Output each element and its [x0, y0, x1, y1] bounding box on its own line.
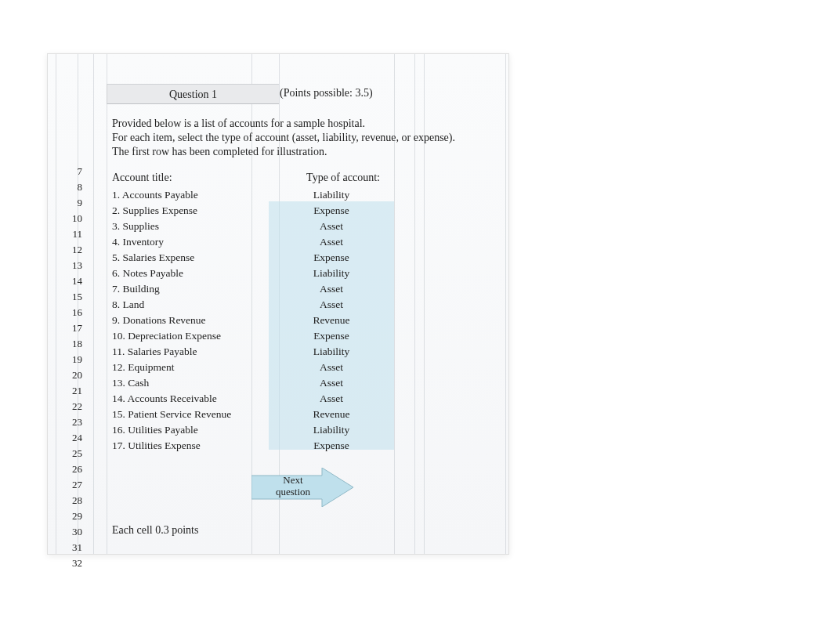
instruction-line: The first row has been completed for ill…: [112, 145, 455, 159]
row-number: 27: [59, 477, 82, 493]
row-number: 17: [59, 320, 82, 336]
account-type-cell[interactable]: Expense: [269, 250, 394, 266]
account-title-cell: 3. Supplies: [112, 219, 269, 234]
account-title-cell: 2. Supplies Expense: [112, 203, 269, 219]
row-number: 8: [59, 179, 82, 195]
account-type-cell[interactable]: Asset: [269, 297, 394, 313]
row-number: 23: [59, 414, 82, 430]
row-number: 18: [59, 336, 82, 352]
table-row: 17. Utilities ExpenseExpense: [112, 438, 410, 454]
next-button-label: Next question: [266, 474, 320, 497]
next-button-line2: question: [266, 486, 320, 497]
account-title-cell: 15. Patient Service Revenue: [112, 407, 269, 422]
table-row: 2. Supplies ExpenseExpense: [112, 203, 410, 219]
account-type-cell[interactable]: Asset: [269, 219, 394, 234]
instruction-line: For each item, select the type of accoun…: [112, 131, 455, 145]
row-number: 24: [59, 430, 82, 446]
points-possible-text: (Points possible: 3.5): [280, 87, 373, 99]
account-title-cell: 5. Salaries Expense: [112, 250, 269, 266]
row-number-gutter: 7891011121314151617181920212223242526272…: [59, 164, 82, 571]
table-row: 4. InventoryAsset: [112, 234, 410, 250]
table-row: 3. SuppliesAsset: [112, 219, 410, 234]
row-number: 30: [59, 524, 82, 540]
row-number: 13: [59, 258, 82, 273]
row-number: 7: [59, 164, 82, 179]
account-type-cell[interactable]: Expense: [269, 203, 394, 219]
table-row: 5. Salaries ExpenseExpense: [112, 250, 410, 266]
instruction-block: Provided below is a list of accounts for…: [112, 117, 455, 159]
account-title-cell: 4. Inventory: [112, 234, 269, 250]
account-type-cell[interactable]: Liability: [269, 266, 394, 281]
account-type-cell[interactable]: Asset: [269, 375, 394, 391]
account-title-cell: 1. Accounts Payable: [112, 187, 269, 203]
footer-note: Each cell 0.3 points: [112, 524, 198, 537]
row-number: 19: [59, 352, 82, 367]
question-label: Question 1: [107, 84, 279, 104]
row-number: 14: [59, 273, 82, 289]
row-number: 32: [59, 555, 82, 571]
account-type-cell[interactable]: Revenue: [269, 407, 394, 422]
instruction-line: Provided below is a list of accounts for…: [112, 117, 455, 131]
account-title-cell: 10. Depreciation Expense: [112, 328, 269, 344]
account-title-cell: 16. Utilities Payable: [112, 422, 269, 438]
account-title-cell: 11. Salaries Payable: [112, 344, 269, 360]
table-row: 16. Utilities PayableLiability: [112, 422, 410, 438]
account-title-cell: 7. Building: [112, 281, 269, 297]
table-row: 11. Salaries PayableLiability: [112, 344, 410, 360]
row-number: 31: [59, 540, 82, 555]
row-number: 25: [59, 446, 82, 461]
row-number: 20: [59, 367, 82, 383]
table-row: 6. Notes PayableLiability: [112, 266, 410, 281]
account-type-cell[interactable]: Asset: [269, 360, 394, 375]
account-type-cell[interactable]: Revenue: [269, 313, 394, 328]
table-row: 14. Accounts ReceivableAsset: [112, 391, 410, 407]
account-type-cell[interactable]: Liability: [269, 422, 394, 438]
account-type-cell[interactable]: Expense: [269, 438, 394, 454]
row-number: 16: [59, 305, 82, 320]
row-number: 29: [59, 508, 82, 524]
header-type-of-account: Type of account:: [300, 172, 386, 184]
next-button-line1: Next: [266, 474, 320, 486]
account-type-cell[interactable]: Expense: [269, 328, 394, 344]
next-question-button[interactable]: Next question: [251, 468, 353, 507]
table-row: 13. CashAsset: [112, 375, 410, 391]
account-title-cell: 13. Cash: [112, 375, 269, 391]
row-number: 22: [59, 399, 82, 414]
row-number: 10: [59, 211, 82, 226]
row-number: 28: [59, 493, 82, 508]
table-header-row: Account title: Type of account:: [112, 172, 172, 184]
row-number: 9: [59, 195, 82, 211]
account-title-cell: 12. Equipment: [112, 360, 269, 375]
table-row: 9. Donations RevenueRevenue: [112, 313, 410, 328]
table-row: 1. Accounts PayableLiability: [112, 187, 410, 203]
account-title-cell: 9. Donations Revenue: [112, 313, 269, 328]
account-type-cell[interactable]: Liability: [269, 187, 394, 203]
account-title-cell: 6. Notes Payable: [112, 266, 269, 281]
row-number: 12: [59, 242, 82, 258]
account-type-cell[interactable]: Liability: [269, 344, 394, 360]
row-number: 11: [59, 226, 82, 242]
table-row: 12. EquipmentAsset: [112, 360, 410, 375]
account-list: 1. Accounts PayableLiability2. Supplies …: [112, 187, 410, 454]
spreadsheet-area: 7891011121314151617181920212223242526272…: [47, 53, 509, 555]
table-row: 10. Depreciation ExpenseExpense: [112, 328, 410, 344]
account-type-cell[interactable]: Asset: [269, 281, 394, 297]
table-row: 8. LandAsset: [112, 297, 410, 313]
header-account-title: Account title:: [112, 172, 172, 183]
account-title-cell: 17. Utilities Expense: [112, 438, 269, 454]
table-row: 15. Patient Service RevenueRevenue: [112, 407, 410, 422]
account-type-cell[interactable]: Asset: [269, 391, 394, 407]
row-number: 15: [59, 289, 82, 305]
account-type-cell[interactable]: Asset: [269, 234, 394, 250]
row-number: 26: [59, 461, 82, 477]
table-row: 7. BuildingAsset: [112, 281, 410, 297]
row-number: 21: [59, 383, 82, 399]
account-title-cell: 8. Land: [112, 297, 269, 313]
account-title-cell: 14. Accounts Receivable: [112, 391, 269, 407]
